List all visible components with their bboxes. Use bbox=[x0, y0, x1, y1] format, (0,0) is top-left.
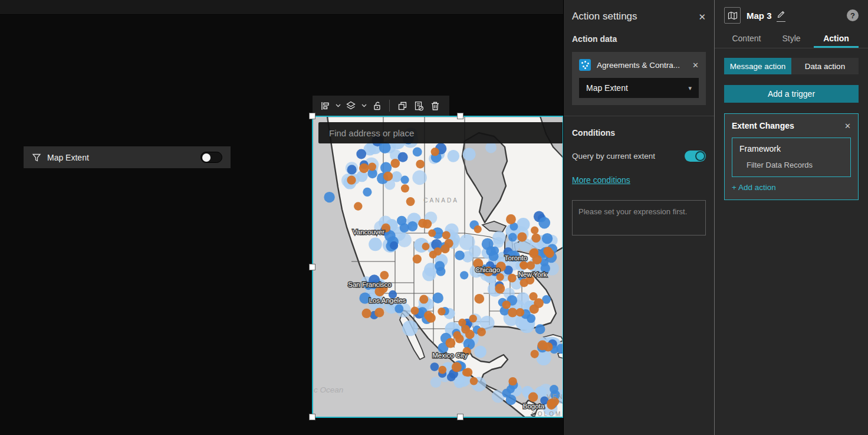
message-action-segment[interactable]: Message action bbox=[724, 58, 791, 74]
map-data-point bbox=[463, 368, 472, 377]
pending-button[interactable] bbox=[411, 97, 426, 114]
close-icon[interactable]: ✕ bbox=[698, 12, 706, 21]
widget-toolbar bbox=[313, 96, 449, 116]
filter-widget-label: Map Extent bbox=[47, 153, 200, 162]
map-data-point bbox=[529, 292, 537, 300]
map-data-point bbox=[436, 267, 446, 276]
expression-box[interactable]: Please set your expression first. bbox=[572, 200, 706, 236]
map-data-point bbox=[455, 335, 464, 344]
map-data-point bbox=[422, 267, 436, 281]
resize-handle-top-left[interactable] bbox=[309, 113, 315, 119]
section-divider bbox=[564, 116, 714, 116]
region-label: CANADA bbox=[423, 197, 459, 204]
map-data-point bbox=[369, 238, 382, 251]
filter-toggle[interactable] bbox=[200, 152, 222, 163]
dataset-layer-icon bbox=[579, 59, 591, 71]
map-data-point bbox=[359, 163, 369, 174]
map-data-point bbox=[380, 162, 392, 174]
help-icon[interactable]: ? bbox=[847, 9, 859, 21]
map-data-point bbox=[531, 227, 538, 234]
add-trigger-button[interactable]: Add a trigger bbox=[724, 85, 859, 103]
tab-action[interactable]: Action bbox=[814, 30, 859, 48]
duplicate-button[interactable] bbox=[394, 97, 410, 114]
experience-builder-canvas: Map Extent bbox=[0, 0, 868, 435]
map-extent-filter-widget[interactable]: Map Extent bbox=[24, 146, 231, 168]
trigger-action-item[interactable]: Framework Filter Data Records bbox=[732, 138, 851, 177]
map-widget-icon bbox=[724, 7, 741, 24]
expression-placeholder: Please set your expression first. bbox=[578, 207, 687, 216]
toggle-knob bbox=[202, 153, 211, 162]
query-extent-toggle[interactable] bbox=[685, 151, 706, 162]
map-data-point bbox=[531, 234, 540, 243]
city-label: Bogota bbox=[523, 403, 545, 410]
map-data-point bbox=[497, 273, 504, 281]
resize-handle-top-center[interactable] bbox=[457, 113, 463, 119]
move-to-chevron-icon[interactable] bbox=[360, 97, 368, 114]
map-data-point bbox=[422, 243, 430, 250]
map-search-bar[interactable] bbox=[318, 122, 563, 143]
settings-tabs: Content Style Action bbox=[715, 30, 868, 48]
map-data-point bbox=[495, 284, 505, 294]
map-basemap: VancouverTorontoChicagoNew YorkSan Franc… bbox=[313, 116, 563, 417]
map-data-point bbox=[469, 246, 481, 258]
delete-button[interactable] bbox=[428, 97, 443, 114]
map-data-point bbox=[402, 320, 418, 336]
map-data-point bbox=[489, 251, 499, 261]
city-label: Mexico City bbox=[432, 352, 468, 359]
map-data-point bbox=[368, 163, 376, 171]
map-data-point bbox=[440, 244, 449, 253]
map-data-point bbox=[542, 233, 553, 244]
more-conditions-link[interactable]: More conditions bbox=[572, 175, 630, 185]
order-button[interactable] bbox=[317, 97, 333, 114]
resize-handle-bottom-center[interactable] bbox=[457, 414, 463, 420]
map-data-point bbox=[470, 377, 478, 385]
city-label: Vancouver bbox=[353, 228, 384, 236]
map-data-point bbox=[354, 202, 362, 210]
toggle-knob bbox=[695, 151, 705, 161]
map-data-point bbox=[474, 225, 482, 233]
move-to-button[interactable] bbox=[343, 97, 359, 114]
city-label: Los Angeles bbox=[369, 297, 406, 304]
map-data-point bbox=[407, 221, 417, 231]
map-data-point bbox=[538, 341, 548, 351]
tab-content[interactable]: Content bbox=[724, 30, 769, 48]
map-data-point bbox=[538, 217, 550, 229]
map-data-point bbox=[485, 142, 497, 153]
rename-pencil-icon[interactable] bbox=[777, 9, 785, 22]
map-data-point bbox=[394, 305, 403, 313]
builder-topbar bbox=[0, 0, 563, 15]
map-data-point bbox=[448, 150, 460, 162]
map-data-point bbox=[528, 393, 538, 402]
map-widget[interactable]: VancouverTorontoChicagoNew YorkSan Franc… bbox=[313, 116, 563, 417]
region-label: COLOMBIA bbox=[532, 411, 563, 417]
action-type-segments: Message action Data action bbox=[724, 58, 859, 74]
map-data-point bbox=[383, 172, 393, 181]
map-data-point bbox=[543, 247, 552, 256]
map-data-point bbox=[531, 248, 538, 256]
unlock-icon[interactable] bbox=[369, 97, 384, 114]
order-chevron-icon[interactable] bbox=[334, 97, 342, 114]
map-search-input[interactable] bbox=[318, 122, 563, 143]
action-dataset-card: Agreements & Contra... ✕ Map Extent ▾ bbox=[572, 52, 706, 105]
map-data-point bbox=[438, 308, 445, 315]
map-data-point bbox=[379, 142, 391, 153]
map-data-point bbox=[347, 165, 357, 174]
map-data-point bbox=[412, 171, 427, 185]
trigger-data-select[interactable]: Map Extent ▾ bbox=[579, 78, 699, 98]
add-action-link[interactable]: + Add action bbox=[732, 183, 776, 192]
chevron-down-icon: ▾ bbox=[688, 84, 692, 92]
tab-style[interactable]: Style bbox=[769, 30, 814, 48]
map-data-point bbox=[426, 313, 436, 323]
filter-funnel-icon bbox=[32, 153, 41, 162]
remove-trigger-icon[interactable]: ✕ bbox=[844, 122, 851, 130]
ocean-label: c Ocean bbox=[314, 385, 343, 394]
resize-handle-left-middle[interactable] bbox=[309, 264, 315, 270]
region-label: VEN bbox=[547, 394, 563, 400]
map-data-point bbox=[401, 184, 409, 192]
data-action-segment[interactable]: Data action bbox=[791, 58, 859, 74]
resize-handle-bottom-left[interactable] bbox=[309, 414, 315, 420]
widget-title: Map 3 bbox=[747, 11, 772, 21]
remove-dataset-icon[interactable]: ✕ bbox=[692, 61, 699, 70]
map-data-point bbox=[413, 148, 422, 157]
dataset-name: Agreements & Contra... bbox=[597, 61, 688, 70]
